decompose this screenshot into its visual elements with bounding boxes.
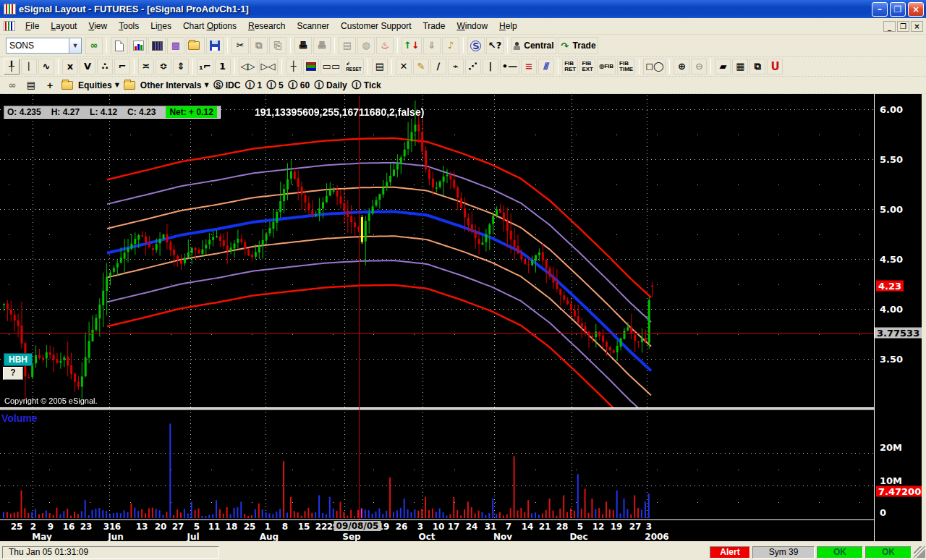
print-button[interactable]: 🖶 xyxy=(294,37,312,54)
eraser-button[interactable]: ▰ xyxy=(715,59,731,75)
menu-customer-support[interactable]: Customer Support xyxy=(335,19,417,33)
menu-view[interactable]: View xyxy=(82,19,113,33)
menu-scanner[interactable]: Scanner xyxy=(291,19,335,33)
other-intervals-folder-button[interactable]: Other Intervals▼ xyxy=(122,78,211,93)
mosaic-button[interactable]: ▦ xyxy=(732,59,748,75)
interval-60-button[interactable]: Ⓘ60 xyxy=(286,78,311,93)
line-style-button[interactable]: ∿ xyxy=(38,59,54,75)
polyline-button[interactable]: ⌁ xyxy=(448,59,464,75)
fib-time-button[interactable]: FIBTIME xyxy=(617,59,635,75)
v-marker-button[interactable]: V xyxy=(80,59,95,75)
symbol-dropdown-arrow[interactable]: ▼ xyxy=(69,38,82,54)
trendline-button[interactable]: ∕ xyxy=(430,59,446,75)
center-bars-button[interactable]: ≎ xyxy=(156,59,171,75)
sort-up-down-button[interactable]: ↑↓ xyxy=(402,37,422,54)
price-volume-chart[interactable] xyxy=(0,94,874,519)
menu-window[interactable]: Window xyxy=(451,19,493,33)
time-and-sales-button[interactable]: ▩ xyxy=(167,37,184,54)
mdi-minimize-button[interactable]: _ xyxy=(883,21,896,32)
zoom-out-button[interactable]: ⊖ xyxy=(691,59,707,75)
menu-file[interactable]: File xyxy=(20,19,45,33)
auto-scale-button[interactable]: ⇕ xyxy=(173,59,189,75)
link-group-button[interactable]: ∞ xyxy=(4,78,21,93)
help-button[interactable]: ? xyxy=(3,367,23,380)
color-bars-button[interactable] xyxy=(303,59,319,75)
add-bar-button[interactable]: ＋ xyxy=(41,78,59,93)
delete-lines-button[interactable]: ✕ xyxy=(396,59,412,75)
interval-1-button[interactable]: Ⓘ1 xyxy=(243,78,263,93)
cursor-cross-button[interactable]: ┼ xyxy=(286,59,302,75)
x-marker-button[interactable]: x xyxy=(62,59,78,75)
shrink-spacing-button[interactable]: ▷◁ xyxy=(259,59,278,75)
shift-right-button[interactable]: 1 xyxy=(215,59,231,75)
close-button[interactable]: × xyxy=(908,2,924,17)
paste-button[interactable]: ⎘ xyxy=(269,37,286,54)
vertical-line-button[interactable]: | xyxy=(483,59,498,75)
resize-grip[interactable] xyxy=(914,546,925,558)
symbol-input[interactable] xyxy=(6,38,69,54)
pitchfork-button[interactable]: ⫻ xyxy=(538,59,554,75)
menu-trade[interactable]: Trade xyxy=(417,19,451,33)
menu-lines[interactable]: Lines xyxy=(145,19,177,33)
stair-step-button[interactable]: ⌐ xyxy=(114,59,130,75)
pane-splitter[interactable] xyxy=(0,407,874,410)
trade-button-button[interactable]: ↷Trade xyxy=(558,37,598,54)
interval-daily-button[interactable]: ⒾDaily xyxy=(313,78,349,93)
interval-tick-button[interactable]: ⒾTick xyxy=(350,78,383,93)
bar-style-button[interactable]: ╀ xyxy=(4,59,20,75)
central-button-button[interactable]: Central xyxy=(511,37,556,54)
source-idc-button[interactable]: ⓈIDC xyxy=(212,78,242,93)
news-button[interactable]: ◍ xyxy=(357,37,375,54)
point-step-button[interactable]: ∴ xyxy=(97,59,113,75)
mdi-restore-button[interactable]: ❐ xyxy=(897,21,909,32)
shapes-button[interactable]: ◻◯ xyxy=(643,59,666,75)
pencil-button[interactable]: ✎ xyxy=(413,59,429,75)
shift-left-button[interactable]: ₁⌐ xyxy=(197,59,213,75)
zoom-in-button[interactable]: ⊕ xyxy=(674,59,689,75)
equities-folder-button[interactable]: Equities▼ xyxy=(60,78,121,93)
properties-button[interactable]: ▤ xyxy=(22,78,40,93)
u-tool-button[interactable]: U xyxy=(767,59,783,75)
alert-indicator[interactable]: Alert xyxy=(710,546,750,559)
menu-help[interactable]: Help xyxy=(493,19,523,33)
interval-5-button[interactable]: Ⓘ5 xyxy=(265,78,285,93)
quote-board-button[interactable] xyxy=(148,37,166,54)
alerts-bell-button[interactable]: ♪ xyxy=(442,37,459,54)
minimize-button[interactable]: – xyxy=(872,2,888,17)
print-setup-button[interactable]: 🖶 xyxy=(313,37,331,54)
cells-button[interactable]: ▭▭ xyxy=(320,59,343,75)
copy-button[interactable]: ⧉ xyxy=(250,37,268,54)
data-export-button[interactable]: ⇓ xyxy=(423,37,441,54)
price-axis[interactable]: 6.005.505.004.504.003.504.233.7753320M10… xyxy=(874,94,922,544)
menu-layout[interactable]: Layout xyxy=(45,19,82,33)
new-page-button[interactable] xyxy=(111,37,128,54)
fib-extension-button[interactable]: FIBEXT xyxy=(579,59,595,75)
quote-window-button[interactable] xyxy=(129,37,147,54)
properties-button[interactable]: ▤ xyxy=(372,59,388,75)
regression-line-button[interactable]: ⋰ xyxy=(465,59,481,75)
context-help-button[interactable]: ↖? xyxy=(486,37,504,54)
fib-retracement-button[interactable]: FIBRET xyxy=(562,59,578,75)
parallel-lines-button[interactable]: ≡ xyxy=(521,59,537,75)
symbol-link-button[interactable]: ∞ xyxy=(85,37,103,54)
reset-button[interactable]: ↲RESET xyxy=(344,59,364,75)
copy-window-button[interactable]: ⧉ xyxy=(749,59,765,75)
symbol-combo[interactable]: ▼ xyxy=(6,38,82,54)
fib-circle-button[interactable]: ◎FIB xyxy=(597,59,616,75)
ticker-button[interactable]: ▤ xyxy=(339,37,356,54)
symbol-search-button[interactable]: S xyxy=(467,37,485,54)
restore-button[interactable]: ❐ xyxy=(890,2,906,17)
cut-button[interactable]: ✂ xyxy=(232,37,249,54)
horizontal-line-button[interactable]: •— xyxy=(500,59,519,75)
menu-chart-options[interactable]: Chart Options xyxy=(177,19,242,33)
save-layout-button[interactable] xyxy=(206,37,224,54)
compress-bars-button[interactable]: ≍ xyxy=(138,59,154,75)
menu-tools[interactable]: Tools xyxy=(113,19,145,33)
child-window-icon[interactable] xyxy=(4,21,15,31)
mdi-close-button[interactable]: × xyxy=(911,21,923,32)
date-axis[interactable]: 2529162331613202751118251815222919263101… xyxy=(0,519,874,541)
menu-research[interactable]: Research xyxy=(242,19,291,33)
candle-style-button[interactable]: ᛁ xyxy=(21,59,37,75)
open-layout-button[interactable] xyxy=(186,37,205,54)
expand-spacing-button[interactable]: ◁▷ xyxy=(239,59,258,75)
